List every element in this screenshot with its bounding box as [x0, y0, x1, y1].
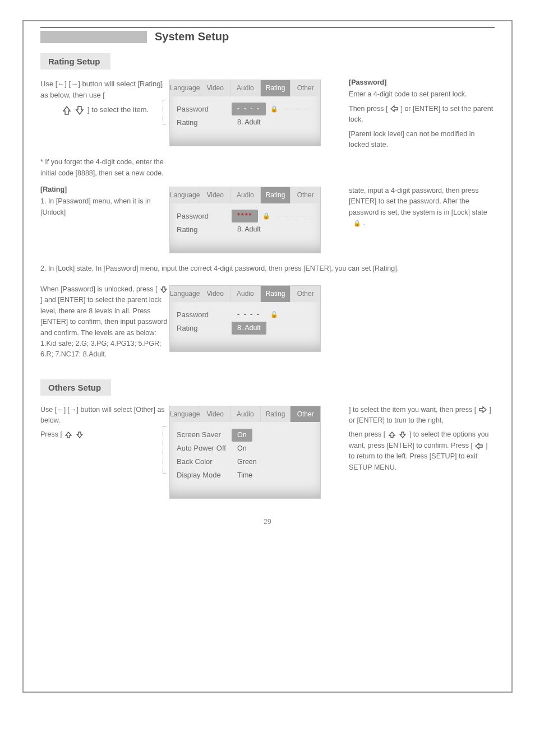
osd-label-rating: Rating: [177, 224, 232, 235]
osd-tab-audio: Audio: [230, 406, 261, 423]
rating-intro-a: Use [←] [→] button will select [Rating] …: [40, 80, 163, 99]
down-arrow-icon: [399, 429, 407, 440]
bracket-icon: [163, 426, 168, 474]
up-arrow-icon: [62, 105, 72, 116]
step2-text: 2. In [Lock] state, In [Password] menu, …: [40, 263, 495, 274]
note-text: If you forget the 4-digit code, enter th…: [40, 158, 164, 177]
osd-tab-language: Language: [170, 286, 200, 302]
password-text-2b: ] or [: [400, 105, 414, 113]
osd-label-display-mode: Display Mode: [177, 470, 232, 481]
osd-screenshot-other: Language Video Audio Rating Other Screen…: [169, 406, 321, 499]
header-rule: [40, 27, 495, 28]
up-arrow-icon: [64, 429, 72, 440]
password-heading: [Password]: [349, 77, 495, 88]
osd-value-auto-power-off: On: [232, 442, 252, 455]
down-arrow-icon: [75, 105, 85, 116]
osd-screenshot-rating-3: Language Video Audio Rating Other Passwo…: [169, 285, 321, 352]
osd-tabs: Language Video Audio Rating Other: [170, 80, 320, 96]
osd-tab-video: Video: [200, 187, 230, 203]
osd-label-password: Password: [177, 104, 232, 115]
section-pill-rating: Rating Setup: [40, 53, 110, 69]
down-arrow-icon: [160, 284, 168, 295]
osd-value-password: - - - -: [232, 103, 266, 115]
step1-body-a: state, input a 4-digit password, then pr…: [349, 187, 487, 216]
down-arrow-icon: [76, 429, 84, 440]
osd-label-auto-power-off: Auto Power Off: [177, 443, 232, 454]
osd-tab-audio: Audio: [230, 286, 261, 302]
page-number: 29: [40, 518, 495, 526]
others-intro-e: then press [: [349, 430, 385, 438]
header-row: System Setup: [40, 30, 495, 43]
others-intro-a: Use [←] [→] button will select [Other] a…: [40, 405, 169, 426]
osd-tab-other: Other: [290, 80, 320, 96]
osd-tab-audio: Audio: [230, 187, 261, 203]
left-arrow-icon: [475, 440, 483, 451]
osd-tab-video: Video: [200, 80, 230, 96]
osd-tab-rating: Rating: [261, 406, 291, 423]
osd-screenshot-rating-1: Language Video Audio Rating Other Passwo…: [169, 80, 321, 146]
osd-value-rating: 8. Adult: [232, 322, 266, 335]
osd-value-display-mode: Time: [232, 469, 258, 482]
header-accent-bar: [40, 31, 147, 43]
osd-tab-other: Other: [290, 187, 320, 203]
password-text-3: [Parent lock level] can not be modified …: [349, 129, 495, 151]
osd-value-rating: 8. Adult: [232, 116, 266, 129]
step1-head: 1. In [Password] menu, when it is in [Un…: [40, 196, 169, 218]
osd-value-password: - - - -: [232, 308, 266, 321]
step3-a: When [Password] is unlocked, press [: [40, 285, 157, 293]
page-title: System Setup: [155, 30, 229, 43]
osd-value-password-stars: ****: [232, 210, 258, 222]
rating-heading: [Rating]: [40, 184, 169, 195]
bracket-icon: [163, 100, 168, 124]
dotted-connector: [275, 216, 313, 216]
osd-tab-rating: Rating: [261, 187, 291, 203]
osd-tab-language: Language: [170, 406, 200, 423]
section-pill-others: Others Setup: [40, 379, 111, 396]
osd-value-back-color: Green: [232, 456, 262, 469]
lock-closed-icon: 🔒: [353, 220, 361, 226]
others-section: Use [←] [→] button will select [Other] a…: [40, 403, 495, 505]
osd-label-rating: Rating: [177, 117, 232, 128]
right-arrow-icon: [479, 405, 487, 415]
osd-tab-rating: Rating: [261, 80, 291, 96]
osd-value-screen-saver: On: [232, 429, 252, 442]
password-text-2a: Then press [: [349, 105, 388, 113]
osd-tab-language: Language: [170, 187, 200, 203]
osd-label-back-color: Back Color: [177, 456, 232, 467]
osd-value-rating: 8. Adult: [232, 223, 266, 236]
osd-label-password: Password: [177, 309, 232, 321]
rating-section: Use [←] [→] button will select [Rating] …: [40, 77, 495, 364]
others-intro-b: Press [: [40, 430, 62, 438]
step1-body-b: .: [363, 219, 365, 227]
others-intro-c: ] to select the item you want, then pres…: [349, 406, 476, 414]
osd-tab-video: Video: [200, 286, 230, 302]
lock-closed-icon: 🔒: [262, 211, 270, 221]
osd-tab-audio: Audio: [230, 80, 261, 96]
left-arrow-icon: [390, 104, 398, 114]
lock-open-icon: 🔓: [270, 310, 278, 319]
osd-label-rating: Rating: [177, 323, 232, 334]
password-text-1: Enter a 4-digit code to set parent lock.: [349, 89, 495, 100]
osd-tab-video: Video: [200, 406, 230, 423]
dotted-connector: [283, 109, 313, 109]
osd-tab-other: Other: [290, 406, 320, 423]
osd-label-screen-saver: Screen Saver: [177, 429, 232, 440]
osd-tab-rating: Rating: [261, 286, 291, 302]
up-arrow-icon: [388, 429, 396, 440]
step3-b: ] and [ENTER] to select the parent lock …: [40, 296, 167, 358]
osd-screenshot-rating-2: Language Video Audio Rating Other Passwo…: [169, 187, 321, 253]
note-star: *: [40, 158, 43, 166]
rating-intro-tail: ] to select the item.: [87, 105, 149, 114]
lock-closed-icon: 🔒: [270, 104, 278, 114]
osd-tab-other: Other: [290, 286, 320, 302]
page-frame: System Setup Rating Setup Use [←] [→] bu…: [22, 20, 513, 693]
osd-label-password: Password: [177, 211, 232, 222]
osd-tab-language: Language: [170, 80, 200, 96]
